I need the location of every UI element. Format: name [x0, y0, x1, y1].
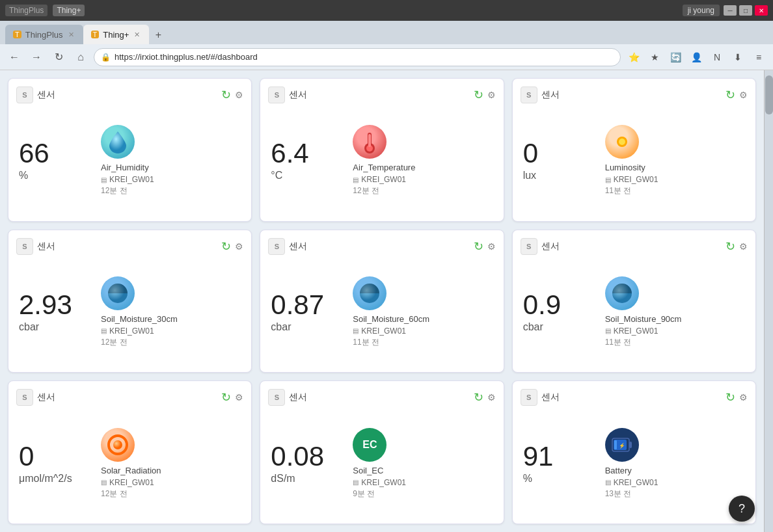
svg-rect-12 — [629, 442, 632, 448]
card-body-5: 0.87 cbar Soil_Moisture_60cm ▤ KREI_GW01… — [268, 260, 495, 365]
help-button[interactable]: ? — [729, 496, 755, 522]
browser-content: S 센서 ↻ ⚙ 66 % Air_Humidity ▤ KREI_GW01 1… — [0, 70, 773, 532]
tab-thing-plus[interactable]: T Thing+ ✕ — [83, 25, 150, 44]
card-unit-1: % — [19, 170, 94, 181]
card-sensor-area-7: Solar_Radiation ▤ KREI_GW01 12분 전 — [94, 411, 161, 516]
gateway-icon-2: ▤ — [353, 176, 359, 183]
card-value-area-2: 6.4 °C — [268, 109, 346, 213]
card-value-area-3: 0 lux — [521, 109, 599, 213]
card-header-4: S 센서 ↻ ⚙ — [16, 238, 243, 255]
scrollbar-thumb[interactable] — [765, 75, 773, 114]
card-header-5: S 센서 ↻ ⚙ — [268, 238, 495, 255]
card-unit-4: cbar — [19, 321, 94, 333]
menu-icon-2[interactable]: 👤 — [687, 48, 705, 66]
card-value-area-4: 2.93 cbar — [16, 260, 94, 365]
card-refresh-3[interactable]: ↻ — [726, 88, 735, 102]
sensor-gateway-7: ▤ KREI_GW01 — [101, 478, 154, 487]
card-refresh-9[interactable]: ↻ — [726, 390, 735, 405]
card-refresh-2[interactable]: ↻ — [474, 88, 483, 102]
svg-text:⚡: ⚡ — [619, 442, 625, 449]
card-title-8: 센서 — [289, 392, 473, 403]
card-settings-3[interactable]: ⚙ — [739, 90, 748, 100]
sensor-name-4: Soil_Moisture_30cm — [101, 314, 178, 324]
card-body-8: 0.08 dS/m EC Soil_EC ▤ KREI_GW01 9분 전 — [268, 411, 495, 516]
card-value-area-1: 66 % — [16, 109, 94, 213]
card-settings-9[interactable]: ⚙ — [739, 392, 748, 403]
card-refresh-5[interactable]: ↻ — [474, 239, 483, 254]
close-button[interactable]: ✕ — [755, 5, 768, 16]
menu-icon-4[interactable]: ⬇ — [729, 48, 747, 66]
gateway-name-4: KREI_GW01 — [109, 326, 154, 336]
card-body-9: 91 % ⚡ Battery ▤ KREI_GW01 13분 전 — [521, 411, 748, 516]
card-settings-4[interactable]: ⚙ — [235, 241, 243, 252]
card-body-2: 6.4 °C Air_Temperature ▤ KREI_GW01 12분 전 — [268, 109, 495, 213]
gateway-name-3: KREI_GW01 — [614, 175, 658, 184]
card-refresh-1[interactable]: ↻ — [221, 88, 231, 102]
user-label: ji young — [683, 5, 720, 16]
dashboard: S 센서 ↻ ⚙ 66 % Air_Humidity ▤ KREI_GW01 1… — [0, 70, 764, 532]
maximize-button[interactable]: □ — [739, 5, 752, 16]
forward-button[interactable]: → — [27, 48, 46, 66]
sensor-icon-7 — [101, 428, 135, 462]
card-settings-8[interactable]: ⚙ — [487, 392, 496, 403]
sensor-gateway-1: ▤ KREI_GW01 — [101, 175, 154, 184]
address-bar[interactable]: 🔒 https://irxiot.thingplus.net/#/dashboa… — [94, 48, 621, 66]
card-settings-5[interactable]: ⚙ — [487, 241, 496, 252]
extensions-icon[interactable]: ⭐ — [625, 48, 643, 66]
sensor-grid: S 센서 ↻ ⚙ 66 % Air_Humidity ▤ KREI_GW01 1… — [8, 78, 756, 524]
tab1-close[interactable]: ✕ — [67, 29, 75, 40]
card-sensor-area-5: Soil_Moisture_60cm ▤ KREI_GW01 11분 전 — [346, 260, 429, 365]
card-unit-2: °C — [271, 170, 346, 181]
back-button[interactable]: ← — [5, 48, 23, 66]
new-tab-button[interactable]: + — [149, 26, 167, 44]
sensor-icon-9: ⚡ — [605, 428, 639, 462]
scrollbar[interactable] — [764, 70, 773, 532]
card-sensor-area-6: Soil_Moisture_90cm ▤ KREI_GW01 11분 전 — [599, 260, 682, 365]
card-sensor-area-9: ⚡ Battery ▤ KREI_GW01 13분 전 — [599, 411, 658, 516]
tab2-close[interactable]: ✕ — [133, 29, 141, 40]
card-icon-box-4: S — [16, 238, 33, 255]
sensor-icon-5 — [353, 276, 386, 310]
bookmark-icon[interactable]: ★ — [645, 48, 664, 66]
card-settings-2[interactable]: ⚙ — [487, 90, 496, 100]
card-refresh-8[interactable]: ↻ — [474, 390, 483, 405]
refresh-button[interactable]: ↻ — [49, 48, 68, 66]
card-icon-box-2: S — [268, 86, 285, 103]
sensor-gateway-6: ▤ KREI_GW01 — [605, 326, 658, 336]
card-value-area-5: 0.87 cbar — [268, 260, 346, 365]
card-icon-box-1: S — [16, 86, 33, 103]
sensor-icon-4 — [101, 276, 135, 310]
sensor-card-1: S 센서 ↻ ⚙ 66 % Air_Humidity ▤ KREI_GW01 1… — [8, 78, 252, 222]
sensor-name-1: Air_Humidity — [101, 163, 149, 172]
sensor-name-7: Solar_Radiation — [101, 466, 161, 475]
card-unit-6: cbar — [523, 321, 599, 333]
card-refresh-7[interactable]: ↻ — [221, 390, 231, 405]
tab-label-active[interactable]: Thing+ — [53, 5, 85, 16]
minimize-button[interactable]: ─ — [724, 5, 737, 16]
card-header-7: S 센서 ↻ ⚙ — [16, 389, 243, 406]
card-body-4: 2.93 cbar Soil_Moisture_30cm ▤ KREI_GW01… — [16, 260, 243, 365]
card-settings-1[interactable]: ⚙ — [235, 90, 243, 100]
sensor-time-4: 12분 전 — [101, 337, 128, 348]
card-refresh-4[interactable]: ↻ — [221, 239, 231, 254]
card-header-3: S 센서 ↻ ⚙ — [521, 86, 748, 103]
menu-icon-5[interactable]: ≡ — [750, 48, 768, 66]
card-sensor-area-2: Air_Temperature ▤ KREI_GW01 12분 전 — [346, 109, 415, 213]
svg-rect-3 — [368, 134, 371, 147]
tab-thingplus[interactable]: T ThingPlus ✕ — [5, 25, 83, 44]
sensor-gateway-3: ▤ KREI_GW01 — [605, 175, 658, 184]
card-value-4: 2.93 — [19, 291, 94, 319]
card-unit-8: dS/m — [271, 473, 346, 485]
sensor-name-9: Battery — [605, 466, 632, 475]
home-button[interactable]: ⌂ — [72, 48, 90, 66]
card-settings-6[interactable]: ⚙ — [739, 241, 748, 252]
tab-bar: T ThingPlus ✕ T Thing+ ✕ + — [0, 21, 773, 44]
card-refresh-6[interactable]: ↻ — [726, 239, 735, 254]
menu-icon-1[interactable]: 🔄 — [666, 48, 685, 66]
tab-label-inactive[interactable]: ThingPlus — [5, 5, 47, 16]
card-header-9: S 센서 ↻ ⚙ — [521, 389, 748, 406]
sensor-gateway-2: ▤ KREI_GW01 — [353, 175, 406, 184]
menu-icon-3[interactable]: N — [708, 48, 726, 66]
card-settings-7[interactable]: ⚙ — [235, 392, 243, 403]
card-value-area-9: 91 % — [521, 411, 599, 516]
